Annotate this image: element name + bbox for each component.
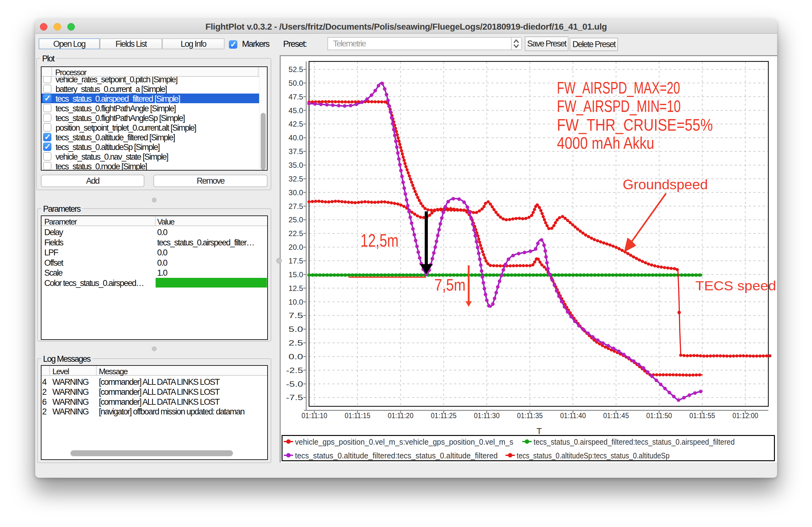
svg-text:tecs_status_0.airspeed_filtere: tecs_status_0.airspeed_filtered:tecs_sta…	[534, 437, 735, 447]
svg-text:tecs_status_0.altitude_filtere: tecs_status_0.altitude_filtered:tecs_sta…	[295, 451, 498, 460]
svg-text:tecs_status_0.altitudeSp:tecs_: tecs_status_0.altitudeSp:tecs_status_0.a…	[517, 451, 669, 460]
svg-text:vehicle_gps_position_0.vel_m_s: vehicle_gps_position_0.vel_m_s:vehicle_g…	[295, 437, 513, 447]
